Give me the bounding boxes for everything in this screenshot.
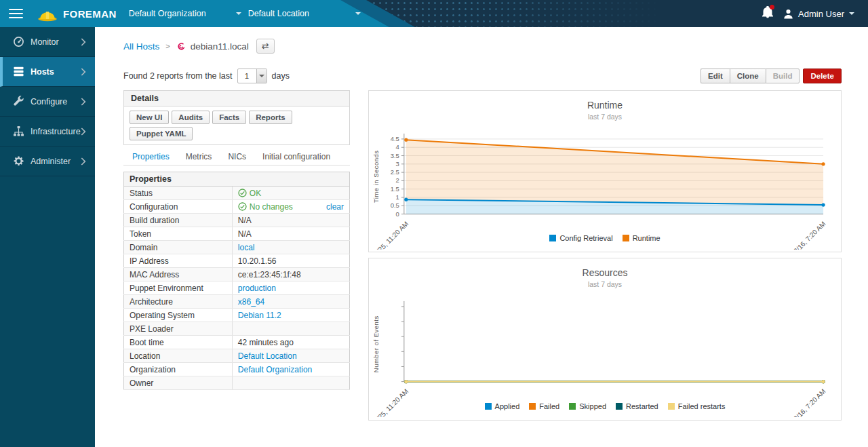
svg-text:1.5: 1.5 [391, 185, 399, 193]
property-row-owner: Owner [124, 376, 350, 390]
resources-chart[interactable]: 11/25, 11:20 AM12/16, 7:20 AMNumber of E… [369, 288, 841, 417]
property-value[interactable]: Debian 11.2 [238, 311, 281, 320]
tab-initial-configuration[interactable]: Initial configuration [254, 149, 338, 165]
property-label: Token [124, 227, 233, 241]
sidebar-item-hosts[interactable]: Hosts [0, 57, 95, 87]
details-button-new-ui[interactable]: New UI [130, 111, 169, 124]
legend-item-restarted[interactable]: Restarted [616, 402, 658, 410]
property-value[interactable]: local [238, 243, 255, 252]
property-label: Organization [124, 363, 233, 376]
breadcrumb-all-hosts-link[interactable]: All Hosts [123, 41, 159, 52]
property-label: Operating System [124, 309, 233, 322]
property-label: MAC Address [124, 268, 233, 281]
hamburger-menu-icon[interactable] [9, 9, 23, 19]
legend-item-runtime[interactable]: Runtime [623, 234, 660, 242]
details-button-facts[interactable]: Facts [212, 111, 246, 124]
sidebar-item-administer[interactable]: Administer [0, 147, 95, 176]
host-details-column: Details New UIAuditsFactsReportsPuppet Y… [123, 90, 350, 421]
legend-label: Failed restarts [678, 402, 726, 410]
brand-name[interactable]: FOREMAN [63, 8, 117, 20]
property-label: Domain [124, 241, 233, 254]
tab-properties[interactable]: Properties [124, 149, 178, 165]
property-row-organization: Organization Default Organization [124, 363, 350, 376]
details-button-reports[interactable]: Reports [249, 111, 292, 124]
property-value[interactable]: x86_64 [238, 297, 264, 307]
legend-label: Restarted [626, 402, 658, 410]
chevron-right-icon [81, 98, 86, 106]
property-value[interactable]: Default Organization [238, 365, 312, 374]
resources-chart-panel: Resources last 7 days 11/25, 11:20 AM12/… [368, 258, 842, 421]
chevron-right-icon [81, 68, 86, 76]
property-value: N/A [238, 216, 252, 225]
property-label: Owner [124, 376, 233, 390]
cog-icon [13, 155, 24, 167]
legend-swatch [529, 403, 536, 410]
legend-item-config-retrieval[interactable]: Config Retrieval [549, 234, 612, 242]
property-row-build-duration: Build duration N/A [124, 214, 350, 227]
property-row-configuration: Configuration No changes clear [124, 200, 350, 214]
svg-text:0: 0 [396, 210, 399, 218]
chevron-down-icon [355, 12, 361, 15]
svg-text:0.5: 0.5 [391, 201, 399, 209]
tab-nics[interactable]: NICs [220, 149, 254, 165]
location-dropdown-label: Default Location [248, 9, 309, 18]
clone-button[interactable]: Clone [730, 69, 766, 83]
legend-item-failed[interactable]: Failed [529, 402, 559, 410]
notification-badge [770, 5, 774, 9]
location-dropdown[interactable]: Default Location [248, 9, 361, 18]
check-circle-icon [238, 189, 247, 197]
tab-metrics[interactable]: Metrics [178, 149, 220, 165]
legend-label: Config Retrieval [559, 234, 612, 242]
legend-label: Skipped [579, 402, 606, 410]
svg-text:2.5: 2.5 [391, 168, 399, 176]
breadcrumb-separator: > [165, 42, 170, 50]
user-menu[interactable]: Admin User [783, 9, 854, 19]
report-days-select[interactable]: 1 [237, 69, 267, 83]
details-button-puppet-yaml[interactable]: Puppet YAML [130, 127, 193, 140]
legend-swatch [485, 403, 492, 410]
sidebar-item-monitor[interactable]: Monitor [0, 27, 95, 57]
sitemap-icon [13, 125, 24, 137]
property-row-pxe-loader: PXE Loader [124, 322, 350, 336]
chart-title: Resources [369, 267, 841, 278]
chevron-down-icon [236, 12, 241, 15]
property-row-puppet-environment: Puppet Environment production [124, 281, 350, 295]
svg-text:4: 4 [396, 143, 399, 151]
svg-text:Number of Events: Number of Events [372, 315, 380, 372]
delete-button[interactable]: Delete [803, 69, 842, 83]
property-row-boot-time: Boot time 42 minutes ago [124, 336, 350, 349]
property-value: 42 minutes ago [238, 338, 294, 347]
organization-dropdown[interactable]: Default Organization [129, 9, 241, 18]
details-button-audits[interactable]: Audits [172, 111, 210, 124]
property-label: IP Address [124, 254, 233, 268]
svg-text:3: 3 [396, 160, 399, 168]
legend-item-failed-restarts[interactable]: Failed restarts [668, 402, 726, 410]
details-panel: Details New UIAuditsFactsReportsPuppet Y… [123, 90, 350, 145]
legend-swatch [569, 403, 576, 410]
sidebar-item-infrastructure[interactable]: Infrastructure [0, 117, 95, 147]
build-button[interactable]: Build [766, 69, 800, 83]
property-label: Boot time [124, 336, 233, 349]
property-label: PXE Loader [124, 322, 233, 336]
property-label: Architecture [124, 295, 233, 309]
clear-link[interactable]: clear [326, 202, 344, 212]
host-switcher-button[interactable]: ⇄ [256, 39, 275, 54]
report-days-value: 1 [238, 69, 256, 83]
edit-button[interactable]: Edit [701, 69, 730, 83]
server-icon [13, 66, 24, 77]
user-icon [783, 9, 793, 19]
legend-item-skipped[interactable]: Skipped [569, 402, 606, 410]
debian-logo-icon [176, 41, 186, 52]
sidebar-item-configure[interactable]: Configure [0, 87, 95, 117]
legend-item-applied[interactable]: Applied [485, 402, 520, 410]
details-panel-title: Details [124, 91, 349, 106]
runtime-chart[interactable]: 00.511.522.533.544.511/25, 11:20 AM12/16… [369, 121, 841, 250]
property-row-architecture: Architecture x86_64 [124, 295, 350, 309]
user-name: Admin User [798, 9, 844, 19]
property-value[interactable]: Default Location [238, 351, 297, 361]
details-tabs: PropertiesMetricsNICsInitial configurati… [123, 149, 350, 166]
property-row-location: Location Default Location [124, 349, 350, 363]
notifications-button[interactable] [762, 6, 773, 21]
property-value[interactable]: production [238, 284, 276, 293]
properties-table-title: Properties [124, 172, 350, 187]
